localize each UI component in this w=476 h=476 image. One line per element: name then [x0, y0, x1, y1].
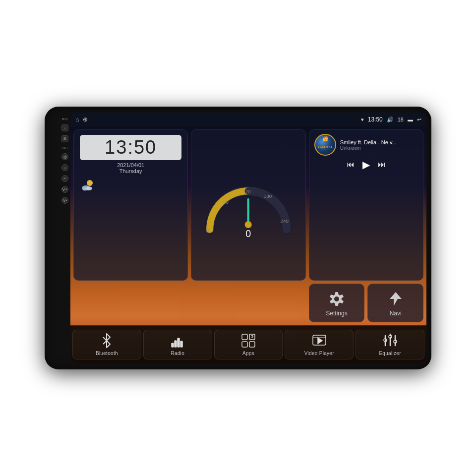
status-left-icons: ⌂ ⊕	[75, 116, 88, 123]
back-side-button[interactable]: ↩	[61, 175, 68, 182]
radio-icon	[170, 333, 185, 348]
mic-label: MIC	[62, 118, 68, 120]
radio-button[interactable]: Radio	[143, 330, 212, 359]
crown-icon: 👑	[322, 136, 328, 141]
day-text: Thursday	[119, 168, 142, 174]
volume-icon: 🔊	[387, 117, 394, 123]
sun-cloud-icon	[80, 178, 96, 192]
house-fill-icon[interactable]: ⊕	[83, 116, 88, 123]
svg-rect-13	[172, 343, 174, 347]
clock-date: 2021/04/01 Thursday	[80, 162, 181, 174]
carfu-logo: CARFU	[318, 145, 332, 149]
svg-rect-16	[180, 341, 182, 347]
power-side-button[interactable]: ⏻	[61, 153, 68, 160]
equalizer-icon	[383, 333, 398, 348]
status-time: 13:50	[368, 116, 383, 123]
svg-rect-17	[242, 334, 247, 340]
svg-rect-19	[242, 342, 247, 347]
music-artist: Unknown	[340, 145, 418, 151]
bottom-widget-row: Settings Navi	[70, 284, 426, 325]
clock-time: 13:50	[80, 135, 181, 160]
music-controls: ⏮ ▶ ⏭	[314, 159, 418, 171]
speedometer-widget: 0 60 120 180 240 0 km/h	[191, 129, 305, 281]
car-unit: MIC ⌂ ⊞ RST ⏻ ⌂ ↩ V+ V- ⌂ ⊕ ▾ 13:50 🔊 18…	[45, 107, 431, 369]
navi-icon	[388, 291, 404, 307]
equalizer-label: Equalizer	[379, 351, 401, 356]
music-widget: 👑 CARFU Smiley ft. Delia - Ne v... Unkno…	[309, 129, 423, 281]
equalizer-button[interactable]: Equalizer	[356, 330, 424, 359]
bluetooth-label: Bluetooth	[96, 351, 118, 356]
play-button[interactable]: ▶	[362, 159, 370, 171]
svg-rect-15	[178, 338, 179, 347]
music-info: Smiley ft. Delia - Ne v... Unknown	[340, 139, 418, 151]
clock-widget: 13:50 2021/04/01 Thursday	[73, 129, 188, 281]
speedometer-svg: 0 60 120 180 240 0 km/h	[199, 170, 297, 240]
svg-rect-14	[175, 341, 177, 347]
svg-text:240: 240	[281, 218, 289, 224]
svg-text:0: 0	[246, 228, 251, 239]
bluetooth-button[interactable]: Bluetooth	[72, 330, 141, 359]
svg-text:120: 120	[243, 189, 251, 194]
video-label: Video Player	[304, 351, 334, 356]
vol-down-side-button[interactable]: V-	[61, 197, 68, 204]
settings-navi-pair: Settings Navi	[309, 284, 423, 322]
prev-button[interactable]: ⏮	[347, 160, 355, 169]
settings-button[interactable]: Settings	[309, 284, 365, 322]
apps-button[interactable]: Apps	[214, 330, 283, 359]
svg-rect-20	[249, 342, 255, 347]
radio-label: Radio	[171, 351, 184, 356]
status-bar: ⌂ ⊕ ▾ 13:50 🔊 18 ▬ ↩	[70, 113, 426, 126]
music-top: 👑 CARFU Smiley ft. Delia - Ne v... Unkno…	[314, 134, 418, 156]
bluetooth-icon	[99, 333, 114, 348]
home-icon[interactable]: ⌂	[75, 116, 79, 123]
battery-icon: ▬	[408, 117, 413, 122]
apps-side-button[interactable]: ⊞	[61, 135, 68, 142]
bottom-bar: Bluetooth Radio	[70, 325, 426, 363]
album-art: 👑 CARFU	[314, 134, 336, 156]
back-icon[interactable]: ↩	[417, 117, 421, 123]
svg-text:180: 180	[264, 193, 272, 199]
svg-point-5	[245, 221, 252, 228]
video-player-button[interactable]: Video Player	[285, 330, 354, 359]
date-text: 2021/04/01	[117, 162, 144, 168]
svg-text:0: 0	[206, 228, 209, 234]
side-controls: MIC ⌂ ⊞ RST ⏻ ⌂ ↩ V+ V-	[60, 113, 70, 363]
music-title: Smiley ft. Delia - Ne v...	[340, 139, 418, 145]
video-icon	[312, 333, 327, 348]
apps-label: Apps	[242, 351, 254, 356]
main-content: 13:50 2021/04/01 Thursday	[70, 126, 426, 363]
vol-up-side-button[interactable]: V+	[61, 186, 68, 193]
navi-button[interactable]: Navi	[367, 284, 423, 322]
navi-label: Navi	[390, 310, 402, 317]
svg-text:60: 60	[223, 199, 229, 205]
weather-icon	[80, 176, 181, 194]
home-side-button[interactable]: ⌂	[61, 124, 68, 131]
next-button[interactable]: ⏭	[378, 160, 386, 169]
settings-label: Settings	[326, 310, 347, 317]
settings-icon	[329, 291, 345, 307]
svg-marker-22	[318, 338, 322, 344]
apps-icon	[241, 333, 256, 348]
volume-level: 18	[398, 117, 404, 122]
screen: ⌂ ⊕ ▾ 13:50 🔊 18 ▬ ↩	[70, 113, 426, 363]
status-right-info: ▾ 13:50 🔊 18 ▬ ↩	[361, 116, 421, 123]
wifi-icon: ▾	[361, 117, 364, 123]
home2-side-button[interactable]: ⌂	[61, 164, 68, 171]
svg-point-0	[87, 180, 93, 186]
top-widgets: 13:50 2021/04/01 Thursday	[70, 126, 426, 284]
rst-label: RST	[61, 146, 68, 149]
svg-point-3	[82, 187, 87, 191]
